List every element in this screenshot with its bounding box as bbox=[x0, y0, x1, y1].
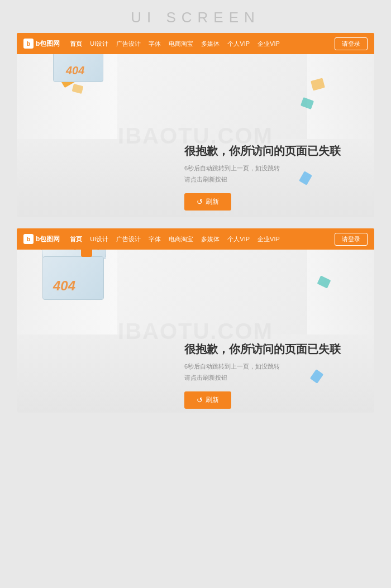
login-button-bottom[interactable]: 请登录 bbox=[335, 233, 368, 246]
page-header-title: UI SCREEN bbox=[0, 0, 391, 33]
refresh-label-bottom: 刷新 bbox=[206, 395, 219, 405]
error-subtitle-bottom: 6秒后自动跳转到上一页，如没跳转 请点击刷新按钮 bbox=[184, 361, 374, 384]
refresh-button-bottom[interactable]: ↺ 刷新 bbox=[184, 391, 231, 409]
refresh-label-top: 刷新 bbox=[206, 197, 219, 207]
nav-links-bottom: 首页 UI设计 广告设计 字体 电商淘宝 多媒体 个人VIP 企业VIP bbox=[70, 235, 335, 243]
nav-biz-vip-b[interactable]: 企业VIP bbox=[258, 235, 280, 243]
nav-media[interactable]: 多媒体 bbox=[201, 40, 220, 48]
logo-icon-bottom: b bbox=[23, 234, 34, 244]
refresh-button-top[interactable]: ↺ 刷新 bbox=[184, 193, 231, 211]
person-body-b bbox=[81, 250, 92, 257]
navbar-top: b b包图网 首页 UI设计 广告设计 字体 电商淘宝 多媒体 个人VIP 企业… bbox=[17, 33, 374, 54]
navbar-bottom: b b包图网 首页 UI设计 广告设计 字体 电商淘宝 多媒体 个人VIP 企业… bbox=[17, 228, 374, 250]
nav-media-b[interactable]: 多媒体 bbox=[201, 235, 220, 243]
nav-ui[interactable]: UI设计 bbox=[90, 40, 108, 48]
box-body-b: 404 bbox=[42, 256, 104, 300]
nav-home[interactable]: 首页 bbox=[70, 40, 82, 48]
logo-text-bottom: b包图网 bbox=[36, 235, 60, 244]
box-text: 404 bbox=[66, 64, 84, 77]
nav-ad-b[interactable]: 广告设计 bbox=[116, 235, 141, 243]
error-subtitle-top: 6秒后自动跳转到上一页，如没跳转 请点击刷新按钮 bbox=[184, 163, 374, 185]
nav-ecom-b[interactable]: 电商淘宝 bbox=[169, 235, 193, 243]
person-b bbox=[78, 250, 95, 262]
error-content-bottom: IBAOTU.COM 404 bbox=[17, 250, 374, 413]
nav-font[interactable]: 字体 bbox=[149, 40, 161, 48]
logo-bottom[interactable]: b b包图网 bbox=[23, 234, 60, 244]
logo-text: b包图网 bbox=[36, 39, 60, 49]
box-text-b: 404 bbox=[53, 278, 75, 294]
nav-ui-b[interactable]: UI设计 bbox=[90, 235, 108, 243]
refresh-icon-bottom: ↺ bbox=[197, 396, 203, 404]
error-title-top: 很抱歉，你所访问的页面已失联 bbox=[184, 144, 374, 159]
box-body: 404 bbox=[53, 54, 103, 82]
error-title-bottom: 很抱歉，你所访问的页面已失联 bbox=[184, 342, 374, 357]
nav-font-b[interactable]: 字体 bbox=[149, 235, 161, 243]
refresh-icon-top: ↺ bbox=[197, 198, 203, 206]
nav-home-b[interactable]: 首页 bbox=[70, 235, 82, 243]
logo[interactable]: b b包图网 bbox=[23, 39, 60, 49]
nav-ecom[interactable]: 电商淘宝 bbox=[169, 40, 193, 48]
login-button[interactable]: 请登录 bbox=[335, 37, 368, 50]
nav-links: 首页 UI设计 广告设计 字体 电商淘宝 多媒体 个人VIP 企业VIP bbox=[70, 40, 335, 48]
box-404-bottom: 404 bbox=[38, 250, 111, 300]
top-card: b b包图网 首页 UI设计 广告设计 字体 电商淘宝 多媒体 个人VIP 企业… bbox=[17, 33, 374, 217]
bottom-card: b b包图网 首页 UI设计 广告设计 字体 电商淘宝 多媒体 个人VIP 企业… bbox=[17, 228, 374, 413]
nav-biz-vip[interactable]: 企业VIP bbox=[258, 40, 280, 48]
box-404-top: 404 bbox=[47, 54, 109, 82]
logo-icon: b bbox=[23, 39, 34, 49]
error-text-block-top: 很抱歉，你所访问的页面已失联 6秒后自动跳转到上一页，如没跳转 请点击刷新按钮 … bbox=[184, 144, 374, 211]
error-text-block-bottom: 很抱歉，你所访问的页面已失联 6秒后自动跳转到上一页，如没跳转 请点击刷新按钮 … bbox=[184, 342, 374, 409]
nav-ad[interactable]: 广告设计 bbox=[116, 40, 141, 48]
nav-vip-b[interactable]: 个人VIP bbox=[227, 235, 250, 243]
nav-vip[interactable]: 个人VIP bbox=[227, 40, 250, 48]
error-content-top: IBAOTU.COM 404 bbox=[17, 54, 374, 217]
